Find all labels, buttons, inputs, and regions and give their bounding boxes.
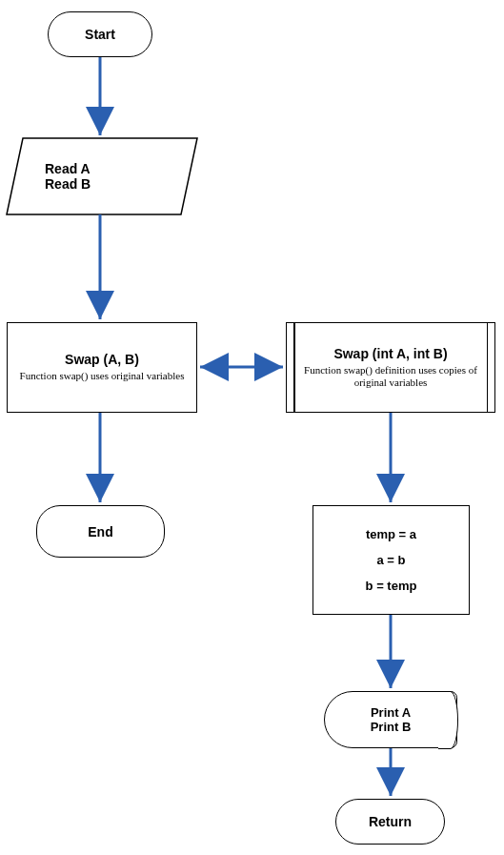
- swap-def-sub: Function swap() definition uses copies o…: [301, 364, 480, 389]
- print-l2: Print B: [371, 720, 412, 734]
- return-node: Return: [335, 799, 445, 845]
- end-label: End: [88, 524, 112, 539]
- end-node: End: [36, 505, 165, 558]
- swap-def-node: Swap (int A, int B) Function swap() defi…: [286, 322, 495, 413]
- swap-body-node: temp = a a = b b = temp: [312, 505, 470, 615]
- print-l1: Print A: [371, 705, 411, 720]
- start-label: Start: [85, 27, 115, 42]
- swap-body-l1: temp = a: [366, 527, 416, 541]
- swap-body-l3: b = temp: [366, 579, 417, 593]
- swap-def-title: Swap (int A, int B): [333, 346, 447, 361]
- swap-call-title: Swap (A, B): [65, 352, 139, 367]
- swap-body-l2: a = b: [377, 553, 406, 567]
- return-label: Return: [369, 814, 412, 829]
- swap-call-node: Swap (A, B) Function swap() uses origina…: [7, 322, 197, 413]
- swap-call-sub: Function swap() uses original variables: [20, 370, 185, 382]
- read-node: Read A Read B: [7, 138, 197, 214]
- start-node: Start: [48, 11, 152, 57]
- read-line1: Read A: [45, 161, 91, 176]
- print-node: Print A Print B: [324, 691, 457, 748]
- read-line2: Read B: [45, 176, 91, 192]
